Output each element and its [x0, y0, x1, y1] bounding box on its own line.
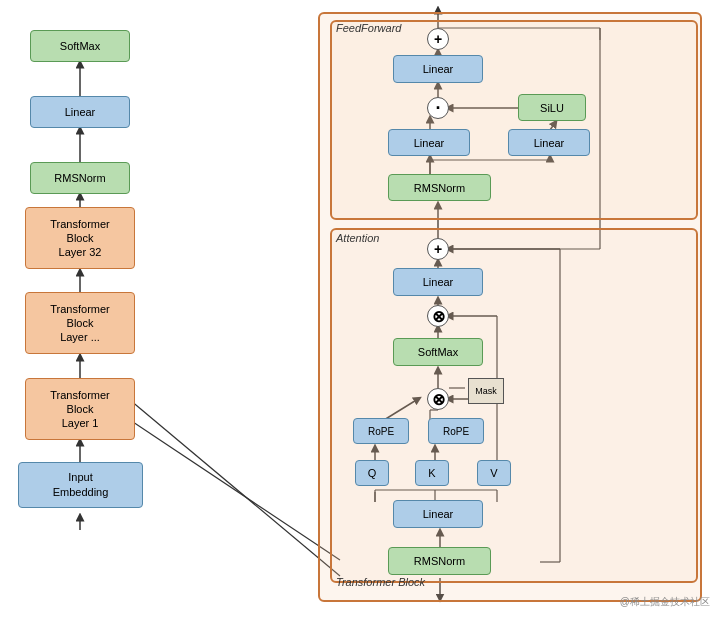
v-node: V [477, 460, 511, 486]
input-embedding-node: Input Embedding [18, 462, 143, 508]
silu-node: SiLU [518, 94, 586, 121]
attention-region [330, 228, 698, 583]
plus-attn-circle: + [427, 238, 449, 260]
rmsnorm-ff-node: RMSNorm [388, 174, 491, 201]
watermark: @稀土掘金技术社区 [620, 595, 710, 609]
dot-mul-circle: · [427, 97, 449, 119]
transformer-block-label: Transformer Block [336, 576, 425, 588]
svg-line-8 [130, 420, 340, 560]
linear-attn-node: Linear [393, 268, 483, 296]
transformer-block-dots-node: Transformer Block Layer ... [25, 292, 135, 354]
softmax-left-node: SoftMax [30, 30, 130, 62]
svg-line-7 [130, 400, 340, 576]
transformer-block-32-node: Transformer Block Layer 32 [25, 207, 135, 269]
cross-qk-circle: ⊗ [427, 388, 449, 410]
diagram-container: FeedForward Attention Transformer Block … [0, 0, 720, 617]
q-node: Q [355, 460, 389, 486]
linear-top-node: Linear [393, 55, 483, 83]
attention-label: Attention [336, 232, 379, 244]
softmax-attn-node: SoftMax [393, 338, 483, 366]
linear-left-node: Linear [30, 96, 130, 128]
linear-bottom-node: Linear [393, 500, 483, 528]
mask-box: Mask [468, 378, 504, 404]
feedforward-label: FeedForward [336, 22, 401, 34]
rmsnorm-bottom-node: RMSNorm [388, 547, 491, 575]
k-node: K [415, 460, 449, 486]
linear-ff-right-node: Linear [508, 129, 590, 156]
rope-q-node: RoPE [353, 418, 409, 444]
rope-k-node: RoPE [428, 418, 484, 444]
rmsnorm-left-node: RMSNorm [30, 162, 130, 194]
plus-top-circle: + [427, 28, 449, 50]
linear-ff-left-node: Linear [388, 129, 470, 156]
transformer-block-1-node: Transformer Block Layer 1 [25, 378, 135, 440]
cross-attn-circle: ⊗ [427, 305, 449, 327]
feedforward-region [330, 20, 698, 220]
